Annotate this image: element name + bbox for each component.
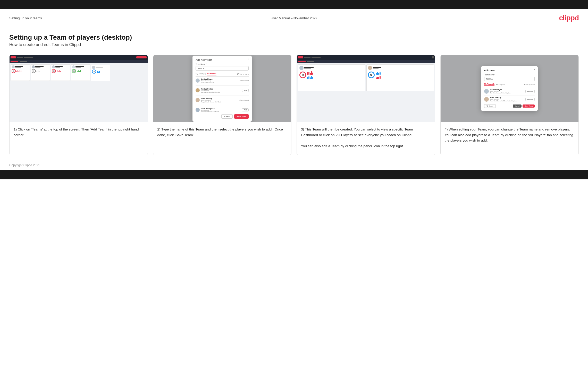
player-name-0: Adrian Player	[201, 78, 238, 80]
edit-player-item-0: Adrian Player Plus Handicap The Shine Lo…	[484, 89, 535, 94]
divider-2	[196, 105, 249, 105]
edit-filter-checkbox[interactable]	[523, 84, 525, 85]
player-added-0: Player Added	[239, 80, 249, 81]
modal-add-box: Add New Team × Team Name * My Team (2) A…	[192, 56, 252, 122]
cancel-button-edit[interactable]: Cancel	[513, 104, 522, 108]
page-title: Setting up a Team of players (desktop)	[9, 33, 579, 41]
card-4-text: 4) When editing your Team, you can chang…	[441, 122, 579, 155]
modal-edit-tabs: My Team (2) All Players Filter by name	[484, 83, 535, 87]
modal-edit-container: Edit Team × Team Name * My Team (2) All …	[441, 55, 579, 122]
player-avatar-2	[196, 98, 200, 102]
player-avatar-3	[196, 108, 200, 112]
modal-edit-title: Edit Team	[484, 69, 535, 72]
edit-player-info-0: Adrian Player Plus Handicap The Shine Lo…	[490, 89, 524, 94]
cancel-button-add[interactable]: Cancel	[221, 114, 233, 119]
cards-grid: 84	[0, 52, 588, 160]
header-center-label: User Manual – November 2022	[271, 16, 317, 20]
edit-tab-all-players[interactable]: All Players	[496, 83, 505, 86]
modal-edit-team-input[interactable]	[484, 77, 535, 81]
mock-card-3b: 72	[366, 64, 434, 91]
modal-add-title: Add New Team	[196, 59, 249, 61]
mock-sub-nav	[10, 60, 148, 63]
player-avatar-1	[196, 88, 200, 92]
mock-card-3a: 94	[298, 64, 365, 91]
player-avatar-0	[196, 78, 200, 83]
save-team-button-edit[interactable]: Save Team	[523, 104, 535, 108]
card-3-text: 3) This Team will then be created. You c…	[297, 122, 435, 155]
card-1: 84	[9, 55, 148, 155]
clippd-logo: clippd	[559, 14, 579, 22]
card-2: Add New Team × Team Name * My Team (2) A…	[153, 55, 292, 155]
page-subtitle: How to create and edit Teams in Clippd	[9, 42, 579, 47]
player-item-1: Adrian Coliba 1 Handicap Central London …	[196, 88, 249, 93]
player-name-1: Adrian Coliba	[201, 88, 240, 90]
mock-sub-nav-3	[297, 60, 435, 63]
card-4: Edit Team × Team Name * My Team (2) All …	[440, 55, 579, 155]
mock-nav-3b	[312, 57, 321, 58]
edit-tab-my-team[interactable]: My Team (2)	[484, 83, 494, 86]
bottom-bar	[0, 170, 588, 179]
player-item-2: Blair McHarg Plus Handicap Royal North D…	[196, 98, 249, 103]
player-info-2: Blair McHarg Plus Handicap Royal North D…	[201, 98, 238, 103]
mock-sub-nav-b	[20, 61, 27, 62]
tab-all-players[interactable]: All Players	[207, 73, 216, 75]
card-3: 94	[297, 55, 435, 155]
top-bar	[0, 0, 588, 9]
card-2-screenshot: Add New Team × Team Name * My Team (2) A…	[153, 55, 291, 122]
card-4-screenshot: Edit Team × Team Name * My Team (2) All …	[441, 55, 579, 122]
edit-player-name-1: Blair McHarg	[490, 97, 524, 99]
add-btn-3[interactable]: Add	[242, 108, 249, 111]
divider-0	[196, 85, 249, 86]
player-info-0: Adrian Player Plus Handicap The Shine Lo…	[201, 78, 238, 83]
mock-player-card-5: 72	[91, 65, 110, 81]
delete-button[interactable]: 🗑 Delete	[484, 104, 495, 108]
modal-player-list: Adrian Player Plus Handicap The Shine Lo…	[196, 78, 249, 112]
modal-edit-label: Team Name *	[484, 74, 535, 76]
tab-my-team[interactable]: My Team (2)	[196, 73, 206, 75]
filter-checkbox[interactable]	[237, 73, 239, 75]
save-team-button-add[interactable]: Save Team	[234, 114, 249, 119]
player-detail-1b: Central London Golf Centre	[201, 91, 240, 93]
modal-add-close[interactable]: ×	[248, 58, 249, 60]
modal-edit-close[interactable]: ×	[534, 68, 535, 71]
modal-add-tabs: My Team (2) All Players Filter by name	[196, 73, 249, 77]
edit-right-btns: Cancel Save Team	[513, 104, 535, 108]
remove-btn-0[interactable]: Remove	[525, 90, 535, 93]
player-item-3: Dave Billingham 5 Handicap The Dog Magin…	[196, 108, 249, 112]
player-added-2: Player Added	[239, 99, 249, 101]
mock-nav-1	[10, 55, 148, 60]
remove-btn-1[interactable]: Remove	[525, 98, 535, 101]
mock-player-row-3: 94	[298, 64, 434, 91]
card-3-screenshot: 94	[297, 55, 435, 122]
edit-player-detail-1b: Royal North Devon Golf Club, United King…	[490, 100, 524, 102]
mock-icon-pencil	[432, 56, 434, 58]
mock-add-team-btn	[136, 56, 147, 58]
modal-edit-footer: 🗑 Delete Cancel Save Team	[484, 104, 535, 108]
mock-nav-item-1b	[24, 57, 33, 58]
player-info-3: Dave Billingham 5 Handicap The Dog Magin…	[201, 108, 240, 112]
card-2-text: 2) Type the name of this Team and then s…	[153, 122, 291, 155]
mock-nav-item-1a	[17, 57, 23, 58]
edit-player-detail-0b: The Shine London, United Kingdom	[490, 92, 524, 94]
modal-edit-box: Edit Team × Team Name * My Team (2) All …	[481, 66, 538, 111]
mock-sub-nav-a	[11, 61, 18, 62]
mock-nav-3	[297, 55, 435, 60]
trash-icon: 🗑	[486, 105, 488, 107]
mock-player-card-1: 84	[11, 64, 30, 81]
player-detail-0b: The Shine London	[201, 82, 238, 83]
modal-add-team-input[interactable]	[196, 66, 249, 71]
mock-logo-1	[11, 56, 16, 58]
add-btn-1[interactable]: Add	[242, 89, 249, 92]
modal-add-container: Add New Team × Team Name * My Team (2) A…	[153, 55, 291, 122]
player-name-3: Dave Billingham	[201, 108, 240, 109]
mock-logo-3	[298, 56, 303, 58]
mock-player-card-2: 0	[31, 64, 50, 81]
page-title-section: Setting up a Team of players (desktop) H…	[0, 25, 588, 52]
header: Setting up your teams User Manual – Nove…	[0, 9, 588, 25]
edit-player-list: Adrian Player Plus Handicap The Shine Lo…	[484, 89, 535, 102]
mock-player-card-3: 94	[51, 64, 70, 81]
footer-text: Copyright Clippd 2021	[9, 163, 40, 167]
mock-dashboard-1: 84	[10, 55, 148, 122]
divider-1	[196, 95, 249, 95]
mock-nav-3a	[304, 57, 310, 58]
